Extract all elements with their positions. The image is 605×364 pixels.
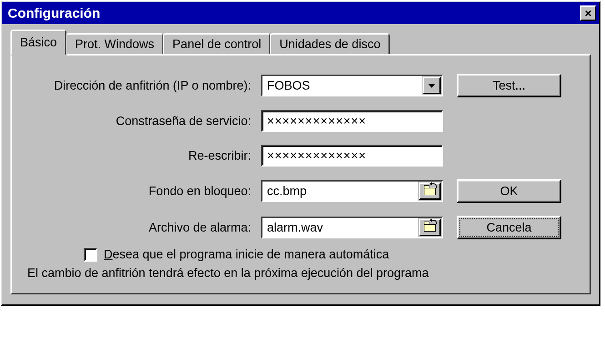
alarm-file-field: alarm.wav [261, 217, 443, 238]
folder-open-icon [424, 187, 436, 195]
cancel-button[interactable]: Cancela [457, 216, 561, 239]
label-rewrite: Re-escribir: [25, 149, 261, 163]
folder-open-icon [424, 223, 436, 232]
host-combo[interactable]: FOBOS [261, 75, 443, 96]
tab-unidades-disco[interactable]: Unidades de disco [270, 33, 390, 54]
tab-prot-windows[interactable]: Prot. Windows [66, 33, 164, 54]
rewrite-input[interactable]: ××××××××××××× [261, 145, 443, 167]
label-alarm: Archivo de alarma: [25, 221, 261, 235]
lockbg-file-value[interactable]: cc.bmp [262, 182, 418, 201]
lockbg-browse-button[interactable] [419, 182, 441, 200]
tab-strip: Básico Prot. Windows Panel de control Un… [10, 30, 591, 54]
host-change-note: El cambio de anfitrión tendrá efecto en … [25, 266, 577, 280]
tab-basico[interactable]: Básico [10, 30, 66, 56]
test-button[interactable]: Test... [457, 74, 561, 97]
lockbg-file-field: cc.bmp [261, 180, 443, 202]
config-window: Configuración × Básico Prot. Windows Pan… [1, 1, 600, 306]
autostart-row: Desea que el programa inicie de manera a… [84, 248, 577, 262]
chevron-down-icon [428, 84, 435, 88]
host-combo-value[interactable]: FOBOS [262, 76, 422, 95]
alarm-browse-button[interactable] [419, 219, 441, 236]
label-lockbg: Fondo en bloqueo: [25, 184, 261, 198]
password-input[interactable]: ××××××××××××× [261, 110, 443, 132]
autostart-label[interactable]: Desea que el programa inicie de manera a… [104, 248, 389, 262]
label-password: Constraseña de servicio: [25, 114, 261, 128]
ok-button[interactable]: OK [457, 179, 561, 203]
client-area: Básico Prot. Windows Panel de control Un… [2, 24, 599, 304]
host-combo-dropdown-button[interactable] [423, 77, 441, 94]
tab-panel-control[interactable]: Panel de control [163, 33, 271, 54]
alarm-file-value[interactable]: alarm.wav [262, 218, 418, 237]
tab-panel-basico: Dirección de anfitrión (IP o nombre): FO… [10, 54, 591, 294]
titlebar: Configuración × [2, 2, 599, 24]
close-button[interactable]: × [580, 5, 596, 21]
close-icon: × [585, 7, 591, 19]
autostart-checkbox[interactable] [84, 248, 97, 262]
label-host: Dirección de anfitrión (IP o nombre): [25, 79, 261, 93]
window-title: Configuración [8, 5, 100, 21]
